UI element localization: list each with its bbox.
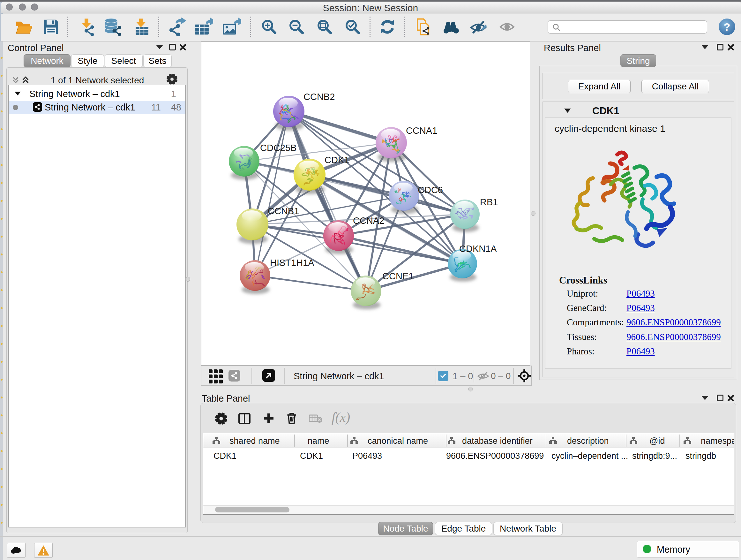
svg-text:CDC25B: CDC25B [260,143,296,153]
svg-text:CCNB1: CCNB1 [268,206,299,216]
svg-text:CCNB2: CCNB2 [304,91,335,102]
svg-text:CDC6: CDC6 [418,185,443,195]
svg-text:CDKN1A: CDKN1A [459,244,497,254]
svg-text:CCNA2: CCNA2 [353,215,384,226]
svg-text:CCNA1: CCNA1 [406,125,437,136]
svg-text:CDK1: CDK1 [325,155,349,165]
svg-text:HIST1H1A: HIST1H1A [270,258,314,268]
svg-text:CCNE1: CCNE1 [382,271,414,281]
svg-text:RB1: RB1 [480,197,498,207]
